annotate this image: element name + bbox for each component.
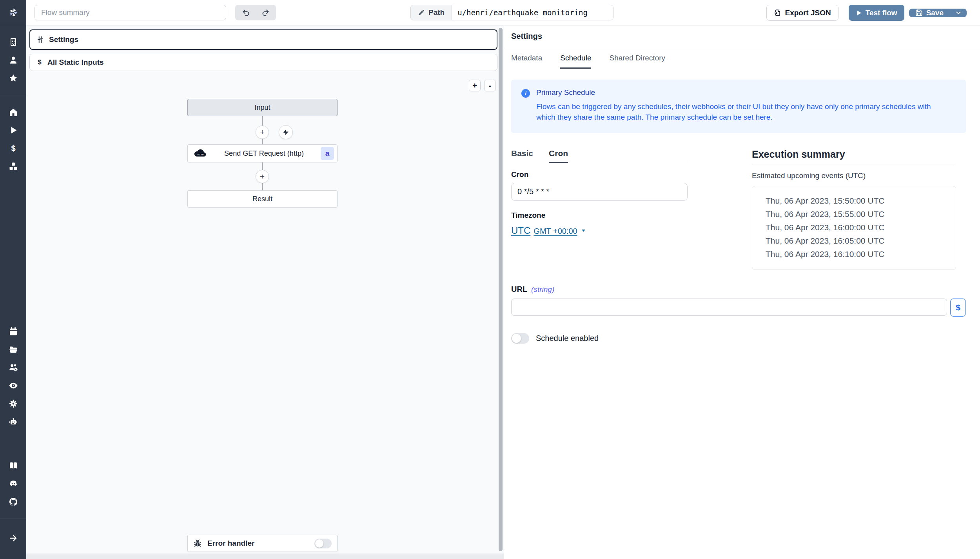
infobox-content: Primary Schedule Flows can be triggered … xyxy=(536,88,952,123)
undo-redo-group xyxy=(235,5,276,20)
zoom-in-button[interactable]: + xyxy=(469,80,481,91)
schedule-columns: Basic Cron Cron Timezone UTC GMT +00:00 … xyxy=(511,149,966,270)
save-icon xyxy=(915,9,923,16)
sidebar-item-workspace[interactable] xyxy=(5,33,22,51)
sidebar-item-home[interactable] xyxy=(5,103,22,121)
result-node[interactable]: Result xyxy=(187,190,338,208)
building-icon xyxy=(9,37,18,47)
input-node[interactable]: Input xyxy=(187,99,338,116)
tab-schedule[interactable]: Schedule xyxy=(560,54,591,69)
save-split-button: Save xyxy=(909,9,967,17)
caret-down-icon xyxy=(581,228,586,233)
sidebar-item-groups[interactable] xyxy=(5,359,22,377)
bug-icon xyxy=(193,539,202,548)
sidebar-item-user[interactable] xyxy=(5,51,22,69)
sidebar-item-expand[interactable] xyxy=(5,529,22,547)
info-icon: i xyxy=(521,89,530,98)
redo-button[interactable] xyxy=(256,5,275,20)
insert-variable-button[interactable]: $ xyxy=(950,299,966,317)
url-input[interactable] xyxy=(511,299,947,316)
eye-icon xyxy=(9,381,18,390)
zoom-out-button[interactable]: - xyxy=(484,80,496,91)
path-value[interactable]: u/henri/earthquake_monitoring xyxy=(452,5,613,20)
sidebar-group-collapse xyxy=(0,519,26,559)
url-label-row: URL (string) xyxy=(511,285,966,294)
settings-panel: Settings Metadata Schedule Shared Direct… xyxy=(504,25,980,559)
save-button[interactable]: Save xyxy=(909,9,950,17)
path-group: Path u/henri/earthquake_monitoring xyxy=(410,5,613,20)
trigger-button[interactable] xyxy=(279,125,293,139)
url-input-row: $ xyxy=(511,299,966,317)
cron-column: Basic Cron Cron Timezone UTC GMT +00:00 xyxy=(511,149,688,270)
flow-canvas[interactable]: Settings $ All Static Inputs + - Input +… xyxy=(26,25,504,559)
app-sidebar: $ xyxy=(0,0,26,559)
discord-icon xyxy=(9,479,18,488)
tab-metadata[interactable]: Metadata xyxy=(511,54,542,69)
url-label: URL xyxy=(511,285,527,294)
error-handler-node[interactable]: Error handler xyxy=(187,535,338,552)
schedule-enabled-row: Schedule enabled xyxy=(511,333,966,344)
cron-input[interactable] xyxy=(511,183,688,201)
url-section: URL (string) $ xyxy=(511,285,966,317)
flow-summary-input[interactable] xyxy=(34,5,226,20)
timezone-value: UTC xyxy=(511,225,530,236)
folder-open-icon xyxy=(9,345,18,354)
error-handler-label: Error handler xyxy=(207,539,254,548)
sidebar-item-audit-logs[interactable] xyxy=(5,377,22,395)
tab-cron[interactable]: Cron xyxy=(549,149,568,163)
sidebar-group-main: $ xyxy=(0,95,26,183)
add-step-button-top[interactable]: + xyxy=(256,126,269,139)
file-export-icon xyxy=(774,9,781,16)
step-node-label: Send GET Request (http) xyxy=(224,149,304,158)
sidebar-item-runs[interactable] xyxy=(5,121,22,139)
infobox-body: Flows can be triggered by any schedules,… xyxy=(536,102,952,123)
export-json-button[interactable]: Export JSON xyxy=(766,5,838,21)
calendar-icon xyxy=(9,327,18,336)
event-row: Thu, 06 Apr 2023, 15:50:00 UTC xyxy=(766,194,952,208)
sidebar-item-variables[interactable]: $ xyxy=(5,139,22,157)
sidebar-item-schedules[interactable] xyxy=(5,322,22,340)
save-dropdown-button[interactable] xyxy=(950,9,967,17)
sidebar-item-github[interactable] xyxy=(5,493,22,511)
input-node-label: Input xyxy=(254,104,270,112)
schedule-enabled-toggle[interactable] xyxy=(511,333,529,344)
step-node-a[interactable]: HTTP Send GET Request (http) a xyxy=(187,144,338,162)
export-json-label: Export JSON xyxy=(785,9,831,17)
robot-icon xyxy=(9,417,18,426)
sidebar-item-docs[interactable] xyxy=(5,457,22,475)
windmill-logo[interactable] xyxy=(0,0,26,25)
execution-summary-column: Execution summary Estimated upcoming eve… xyxy=(752,149,956,270)
gear-icon xyxy=(9,399,18,408)
sidebar-group-links xyxy=(0,439,26,519)
tab-basic[interactable]: Basic xyxy=(511,149,533,163)
url-type-label: (string) xyxy=(531,285,554,294)
sidebar-item-discord[interactable] xyxy=(5,475,22,493)
svg-text:$: $ xyxy=(11,144,15,153)
flow-settings-label: Settings xyxy=(49,35,78,44)
undo-button[interactable] xyxy=(236,5,256,20)
sidebar-item-settings[interactable] xyxy=(5,395,22,413)
tab-shared-directory[interactable]: Shared Directory xyxy=(609,54,665,69)
sidebar-item-resources[interactable] xyxy=(5,157,22,175)
test-flow-button[interactable]: Test flow xyxy=(849,5,904,21)
error-handler-toggle[interactable] xyxy=(314,539,332,548)
home-icon xyxy=(9,107,18,117)
timezone-select[interactable]: UTC GMT +00:00 xyxy=(511,225,586,236)
arrow-right-icon xyxy=(9,534,18,543)
all-static-inputs-node[interactable]: $ All Static Inputs xyxy=(29,54,497,71)
redo-icon xyxy=(261,9,270,17)
path-edit-button[interactable]: Path xyxy=(411,5,452,20)
book-open-icon xyxy=(9,461,18,470)
sidebar-item-favorites[interactable] xyxy=(5,69,22,87)
upcoming-events-label: Estimated upcoming events (UTC) xyxy=(752,171,956,180)
infobox-title: Primary Schedule xyxy=(536,88,952,97)
event-row: Thu, 06 Apr 2023, 15:55:00 UTC xyxy=(766,208,952,221)
sidebar-item-workers[interactable] xyxy=(5,413,22,431)
cron-label: Cron xyxy=(511,170,688,179)
canvas-vertical-scrollbar[interactable] xyxy=(499,28,503,551)
sidebar-item-folders[interactable] xyxy=(5,340,22,359)
canvas-horizontal-scrollbar[interactable] xyxy=(26,554,504,559)
add-step-button-bottom[interactable]: + xyxy=(256,170,269,183)
save-label: Save xyxy=(926,9,944,17)
flow-settings-node[interactable]: Settings xyxy=(29,29,497,50)
